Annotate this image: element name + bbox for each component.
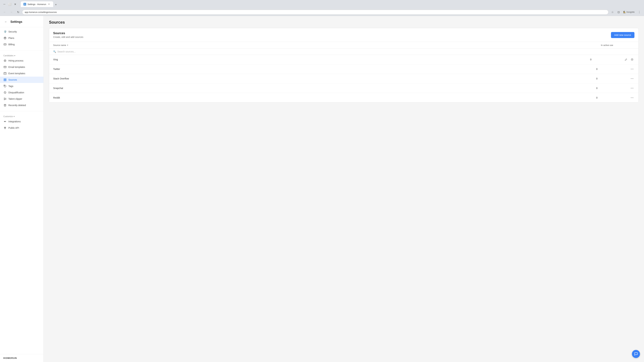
reload-button[interactable]: ↻ — [16, 9, 21, 15]
tab-close-button[interactable]: ✕ — [48, 3, 50, 6]
sidebar-item-label: Hiring process — [8, 59, 23, 62]
row-actions-reddit — [630, 95, 634, 100]
source-name-twitter: Twitter — [53, 68, 596, 70]
sidebar-item-plans[interactable]: Plans — [0, 35, 44, 41]
close-button[interactable]: ✕ — [13, 2, 18, 6]
sources-card: Sources Create, edit and add sources Add… — [49, 28, 639, 103]
svg-point-13 — [4, 85, 5, 86]
sidebar-item-label: Plans — [8, 37, 14, 39]
cube-icon — [3, 36, 7, 40]
sources-icon — [3, 78, 7, 81]
sidebar-item-label: Integrations — [8, 120, 21, 123]
row-actions-snapchat — [630, 86, 634, 90]
svg-line-15 — [4, 92, 6, 93]
more-options-twitter-button[interactable] — [630, 67, 634, 71]
app-container: ← Settings 🛡️ Security Plans Billing — [0, 16, 644, 362]
svg-line-20 — [5, 99, 6, 99]
svg-rect-4 — [4, 66, 6, 68]
delete-xing-button[interactable] — [630, 57, 634, 62]
sidebar-item-event-templates[interactable]: Event templates — [0, 70, 44, 77]
table-row: Reddit 0 — [49, 93, 638, 102]
settings-back-button[interactable]: ← — [3, 19, 8, 24]
table-row: Twitter 0 — [49, 64, 638, 74]
sidebar-item-tags[interactable]: Tags — [0, 83, 44, 89]
source-active-use-twitter: 0 — [596, 68, 630, 70]
svg-rect-9 — [4, 79, 5, 80]
sidebar-item-talent-clipper[interactable]: Talent clipper — [0, 96, 44, 102]
split-screen-button[interactable]: ⊡ — [616, 9, 621, 15]
window-controls[interactable]: ─ ⬜ ✕ — [2, 2, 18, 6]
sidebar-item-label: Recently deleted — [8, 104, 26, 107]
active-tab[interactable]: H Settings · Homerun ✕ — [21, 1, 53, 7]
more-options-snapchat-button[interactable] — [630, 86, 634, 90]
billing-icon — [3, 43, 7, 46]
email-icon — [3, 65, 7, 69]
sidebar-item-integrations[interactable]: Integrations — [0, 118, 44, 125]
table-row: Snapchat 0 — [49, 83, 638, 93]
new-tab-button[interactable]: + — [54, 2, 58, 7]
sidebar-header: ← Settings — [0, 16, 44, 27]
source-name-xing: Xing — [53, 58, 590, 61]
sources-search-input[interactable] — [57, 50, 634, 53]
sidebar-candidates-section: Candidates ▾ Hiring process Email templa… — [0, 52, 44, 110]
sidebar-item-label: Email templates — [8, 66, 25, 68]
sidebar-title: Settings — [10, 20, 22, 24]
edit-xing-button[interactable] — [624, 57, 628, 62]
disqualification-icon — [3, 91, 7, 94]
svg-rect-21 — [4, 105, 6, 106]
bookmark-button[interactable]: ☆ — [610, 9, 615, 15]
browser-titlebar: ─ ⬜ ✕ H Settings · Homerun ✕ + — [0, 0, 644, 8]
sidebar: ← Settings 🛡️ Security Plans Billing — [0, 16, 44, 362]
table-row: Xing 0 — [49, 55, 638, 64]
incognito-badge: 🕵 Incognito — [622, 9, 636, 15]
sidebar-item-public-api[interactable]: Public API — [0, 125, 44, 131]
talent-clipper-icon — [3, 97, 7, 100]
page-title: Sources — [49, 20, 639, 25]
svg-rect-0 — [4, 43, 6, 45]
browser-toolbar: ← → ↻ app.homerun.co/settings/sources ☆ … — [0, 8, 644, 16]
forward-nav-button[interactable]: → — [9, 9, 14, 15]
maximize-button[interactable]: ⬜ — [8, 2, 12, 6]
chat-fab-button[interactable] — [632, 350, 640, 358]
table-row: Stack Overflow 0 — [49, 74, 638, 83]
back-nav-button[interactable]: ← — [2, 9, 8, 15]
menu-button[interactable]: ⋮ — [636, 9, 642, 15]
more-options-stackoverflow-button[interactable] — [630, 76, 634, 81]
svg-point-16 — [4, 98, 5, 98]
tags-icon — [3, 84, 7, 88]
address-bar[interactable]: app.homerun.co/settings/sources — [22, 10, 608, 14]
more-options-reddit-button[interactable] — [630, 95, 634, 100]
svg-line-30 — [5, 128, 5, 128]
add-new-source-button[interactable]: Add new source — [611, 32, 634, 38]
sidebar-item-recently-deleted[interactable]: Recently deleted — [0, 102, 44, 108]
sidebar-top-section: 🛡️ Security Plans Billing — [0, 27, 44, 49]
source-active-use-stackoverflow: 0 — [596, 77, 630, 80]
api-icon — [3, 126, 7, 130]
sidebar-item-label: Security — [8, 30, 17, 33]
card-header-left: Sources Create, edit and add sources — [53, 31, 83, 38]
sidebar-item-security[interactable]: 🛡️ Security — [0, 28, 44, 35]
card-header: Sources Create, edit and add sources Add… — [49, 28, 638, 42]
chevron-down-icon: ▾ — [14, 54, 15, 57]
sidebar-item-billing[interactable]: Billing — [0, 41, 44, 48]
svg-rect-10 — [5, 79, 6, 80]
source-name-snapchat: Snapchat — [53, 87, 596, 89]
source-active-use-xing: 0 — [590, 58, 624, 61]
event-templates-icon — [3, 72, 7, 75]
source-name-stackoverflow: Stack Overflow — [53, 77, 596, 80]
sidebar-item-hiring-process[interactable]: Hiring process — [0, 57, 44, 64]
svg-point-28 — [5, 128, 5, 129]
browser-chrome: ─ ⬜ ✕ H Settings · Homerun ✕ + ← → ↻ app… — [0, 0, 644, 16]
sidebar-item-disqualification[interactable]: Disqualification — [0, 89, 44, 96]
tab-title: Settings · Homerun — [28, 3, 46, 5]
active-use-column-header: In active use — [601, 44, 634, 46]
svg-rect-12 — [5, 80, 6, 81]
sidebar-item-sources[interactable]: Sources — [0, 77, 44, 83]
sidebar-item-label: Talent clipper — [8, 97, 22, 100]
source-active-use-snapchat: 0 — [596, 87, 630, 89]
row-actions-xing — [624, 57, 634, 62]
minimize-button[interactable]: ─ — [2, 2, 7, 6]
sidebar-item-email-templates[interactable]: Email templates — [0, 64, 44, 70]
toolbar-actions: ☆ ⊡ 🕵 Incognito ⋮ — [610, 9, 642, 15]
source-name-column-header[interactable]: Source name ▼ — [53, 44, 601, 46]
